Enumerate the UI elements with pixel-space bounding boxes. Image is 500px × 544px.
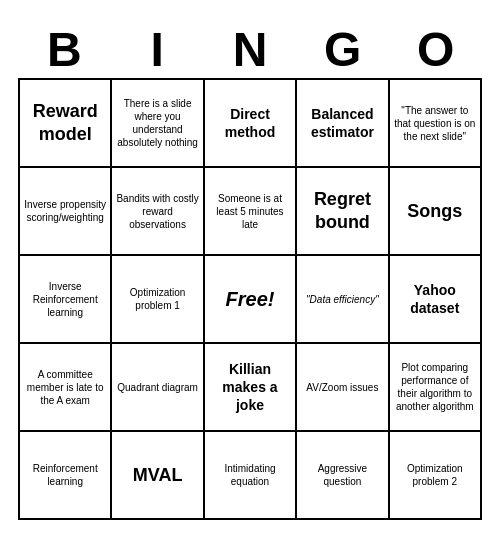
bingo-header: BINGO [18,24,482,77]
bingo-letter-b: B [18,24,111,77]
cell-r1-c2: Someone is at least 5 minutes late [205,168,297,256]
cell-r3-c1: Quadrant diagram [112,344,204,432]
cell-r0-c1: There is a slide where you understand ab… [112,80,204,168]
cell-r1-c0: Inverse propensity scoring/weighting [20,168,112,256]
cell-r2-c2: Free! [205,256,297,344]
cell-r0-c4: "The answer to that question is on the n… [390,80,482,168]
cell-r0-c3: Balanced estimator [297,80,389,168]
cell-r3-c2: Killian makes a joke [205,344,297,432]
cell-r4-c2: Intimidating equation [205,432,297,520]
cell-r2-c4: Yahoo dataset [390,256,482,344]
cell-r1-c1: Bandits with costly reward observations [112,168,204,256]
cell-r0-c2: Direct method [205,80,297,168]
cell-r2-c0: Inverse Reinforcement learning [20,256,112,344]
cell-r1-c4: Songs [390,168,482,256]
cell-r2-c1: Optimization problem 1 [112,256,204,344]
cell-r4-c0: Reinforcement learning [20,432,112,520]
cell-r0-c0: Reward model [20,80,112,168]
bingo-letter-n: N [204,24,297,77]
cell-r4-c3: Aggressive question [297,432,389,520]
cell-r1-c3: Regret bound [297,168,389,256]
cell-r4-c4: Optimization problem 2 [390,432,482,520]
bingo-letter-i: I [111,24,204,77]
cell-r3-c3: AV/Zoom issues [297,344,389,432]
bingo-grid: Reward modelThere is a slide where you u… [18,78,482,520]
cell-r4-c1: MVAL [112,432,204,520]
cell-r3-c0: A committee member is late to the A exam [20,344,112,432]
cell-r2-c3: "Data efficiency" [297,256,389,344]
bingo-letter-g: G [296,24,389,77]
cell-r3-c4: Plot comparing performance of their algo… [390,344,482,432]
bingo-letter-o: O [389,24,482,77]
bingo-card: BINGO Reward modelThere is a slide where… [10,16,490,529]
